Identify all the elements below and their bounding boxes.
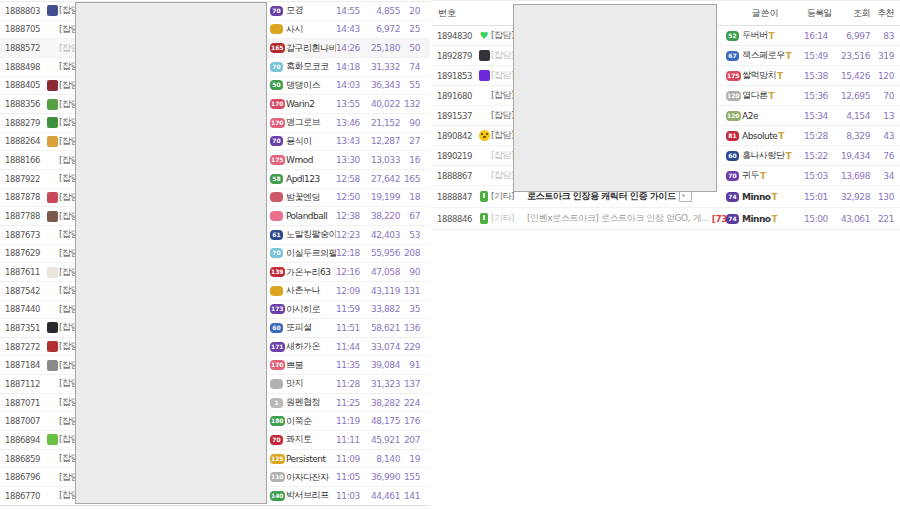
level-badge-icon [270, 379, 283, 389]
author-name-link[interactable]: 새하가온 [286, 340, 336, 353]
level-badge-cell: 170 [270, 118, 286, 128]
post-time: 14:55 [336, 6, 366, 16]
author-name-text[interactable]: 귀두 [742, 169, 759, 182]
view-count: 45,921 [366, 435, 400, 445]
header-author: 글쓴이 [726, 7, 804, 20]
author-name-link[interactable]: 원펜협정 [286, 396, 336, 409]
author-name-link[interactable]: Wmod [286, 155, 336, 165]
recommend-count: 319 [870, 51, 894, 61]
icon-cell [477, 213, 491, 224]
redacted-title-region-left [75, 2, 267, 504]
post-time: 14:26 [336, 43, 366, 53]
author-name-link[interactable]: 가온누리63 [286, 266, 336, 279]
view-count: 12,287 [366, 136, 400, 146]
post-number: 1887071 [0, 398, 45, 408]
view-count: 48,175 [366, 416, 400, 426]
view-count: 4,855 [366, 6, 400, 16]
recommend-count: 20 [400, 6, 420, 16]
author-name-link[interactable]: 흑화모코코 [286, 60, 336, 73]
post-time: 11:05 [336, 472, 366, 482]
author-name-link[interactable]: 아자다잔자 [286, 471, 336, 484]
level-badge-icon: 50 [270, 80, 283, 90]
author-name-link[interactable]: 갈구리흰나비 [286, 42, 336, 55]
author-name-text[interactable]: 홍나사랑단 [742, 149, 785, 162]
author-name-link[interactable]: 밤꽃엔딩 [286, 191, 336, 204]
author-name-link[interactable]: 두버버T [742, 29, 804, 42]
author-name-link[interactable]: MinnoT [742, 192, 804, 202]
view-count: 43,119 [366, 286, 400, 296]
trophy-badge-icon: T [786, 151, 792, 161]
recommend-count: 165 [400, 174, 420, 184]
view-count: 25,180 [366, 43, 400, 53]
level-badge-cell: 70 [270, 248, 286, 258]
author-name-text[interactable]: Minno [742, 214, 771, 224]
recommend-count: 132 [400, 99, 420, 109]
post-number: 1888356 [0, 99, 45, 109]
category-tag[interactable]: [기타] [491, 212, 527, 225]
icon-cell [477, 130, 491, 141]
view-count: 6,972 [366, 24, 400, 34]
recommend-count: 176 [400, 416, 420, 426]
post-number: 1888847 [432, 192, 477, 202]
author-name-link[interactable]: 묭식이 [286, 135, 336, 148]
author-name-link[interactable]: 열다른T [742, 89, 804, 102]
author-name-link[interactable]: A2e [742, 111, 804, 121]
level-badge-icon: 120 [726, 111, 741, 121]
view-count: 6,997 [834, 31, 870, 41]
author-name-text[interactable]: 잭스페로우 [742, 49, 785, 62]
author-name-link[interactable]: 모경 [286, 4, 336, 17]
author-name-link[interactable]: MinnoT [742, 214, 804, 224]
green-avatar [47, 99, 58, 110]
post-title-text[interactable]: [인벤x로스트아크] 로스트아크 인장 얻GO, 게... [527, 212, 709, 225]
author-name-link[interactable]: AbsoluteT [742, 131, 804, 141]
orange-avatar [47, 136, 58, 147]
recommend-count: 90 [400, 267, 420, 277]
author-name-link[interactable]: 댕댕이스 [286, 79, 336, 92]
author-name-link[interactable]: 잭스페로우T [742, 49, 804, 62]
post-number: 1887611 [0, 267, 45, 277]
author-name-link[interactable]: 이실두르의팔 [286, 247, 336, 260]
post-number: 1886770 [0, 491, 45, 501]
author-name-link[interactable]: 맹그로브 [286, 116, 336, 129]
author-name-link[interactable]: 쁘붐 [286, 359, 336, 372]
post-time: 11:19 [336, 416, 366, 426]
author-name-text[interactable]: 두버버 [742, 29, 768, 42]
author-name-link[interactable]: 노말킹팔숭이 [286, 228, 336, 241]
lock-avatar [47, 5, 58, 16]
author-name-link[interactable]: Apdl123 [286, 174, 336, 184]
author-name-link[interactable]: 콰지토 [286, 433, 336, 446]
author-name-link[interactable]: 사시 [286, 23, 336, 36]
author-name-text[interactable]: Minno [742, 192, 771, 202]
author-name-text[interactable]: 열다른 [742, 89, 768, 102]
author-name-link[interactable]: 쌀먹망치T [742, 69, 804, 82]
post-title-link[interactable]: [인벤x로스트아크] 로스트아크 인장 얻GO, 게...[738] [527, 212, 726, 225]
author-name-link[interactable]: Warin2 [286, 99, 336, 109]
author-name-text[interactable]: Absolute [742, 131, 777, 141]
author-name-link[interactable]: 사촌누나 [286, 284, 336, 297]
author-name-link[interactable]: 또피셜 [286, 321, 336, 334]
level-badge-icon: 170 [270, 99, 285, 109]
author-name-link[interactable]: Persistent [286, 454, 336, 464]
post-number: 1887788 [0, 211, 45, 221]
recommend-count: 229 [400, 342, 420, 352]
author-name-link[interactable]: 홍나사랑단T [742, 149, 804, 162]
post-number: 1888572 [0, 43, 45, 53]
author-name-link[interactable]: 이쭉순 [286, 415, 336, 428]
author-name-link[interactable]: 귀두T [742, 169, 804, 182]
view-count: 12,695 [834, 91, 870, 101]
author-name-link[interactable]: 맛지 [286, 377, 336, 390]
view-count: 43,061 [834, 214, 870, 224]
author-name-link[interactable]: 박서브리프 [286, 489, 336, 502]
author-name-link[interactable]: Polandball [286, 211, 336, 221]
gray-avatar [47, 360, 58, 371]
level-badge-icon: 110 [270, 472, 285, 482]
red-pink-avatar [47, 192, 58, 203]
view-count: 31,323 [366, 379, 400, 389]
level-badge-cell: 81 [726, 131, 742, 141]
author-name-text[interactable]: 쌀먹망치 [742, 69, 776, 82]
author-name-text[interactable]: A2e [742, 111, 758, 121]
author-name-link[interactable]: 아시히로 [286, 303, 336, 316]
recommend-count: 67 [400, 211, 420, 221]
view-count: 19,434 [834, 151, 870, 161]
post-number: 1891853 [432, 71, 477, 81]
